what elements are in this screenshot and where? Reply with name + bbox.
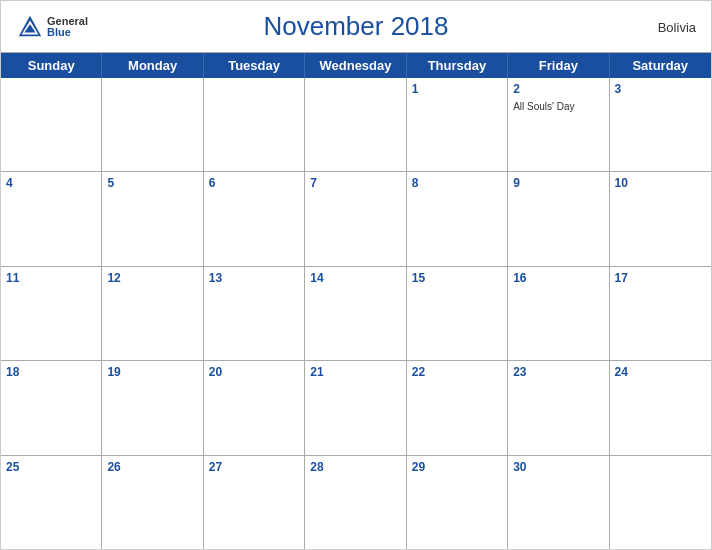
day-number: 11 bbox=[6, 271, 96, 285]
day-cell-w2-d7: 10 bbox=[610, 172, 711, 265]
day-cell-w2-d5: 8 bbox=[407, 172, 508, 265]
country-label: Bolivia bbox=[658, 19, 696, 34]
header-sunday: Sunday bbox=[1, 53, 102, 78]
logo: General Blue bbox=[16, 13, 88, 41]
day-number: 13 bbox=[209, 271, 299, 285]
day-number: 7 bbox=[310, 176, 400, 190]
day-number: 16 bbox=[513, 271, 603, 285]
day-number: 6 bbox=[209, 176, 299, 190]
day-cell-w3-d7: 17 bbox=[610, 267, 711, 360]
day-cell-w1-d1 bbox=[1, 78, 102, 171]
holiday-label: All Souls' Day bbox=[513, 101, 574, 112]
day-cell-w1-d7: 3 bbox=[610, 78, 711, 171]
day-number: 8 bbox=[412, 176, 502, 190]
day-cell-w1-d6: 2All Souls' Day bbox=[508, 78, 609, 171]
day-number: 5 bbox=[107, 176, 197, 190]
day-number: 27 bbox=[209, 460, 299, 474]
day-cell-w1-d2 bbox=[102, 78, 203, 171]
day-cell-w2-d4: 7 bbox=[305, 172, 406, 265]
header-tuesday: Tuesday bbox=[204, 53, 305, 78]
day-number: 10 bbox=[615, 176, 706, 190]
day-cell-w4-d4: 21 bbox=[305, 361, 406, 454]
calendar-container: General Blue November 2018 Bolivia Sunda… bbox=[0, 0, 712, 550]
day-cell-w2-d3: 6 bbox=[204, 172, 305, 265]
day-headers-row: Sunday Monday Tuesday Wednesday Thursday… bbox=[1, 53, 711, 78]
day-cell-w4-d7: 24 bbox=[610, 361, 711, 454]
day-number: 4 bbox=[6, 176, 96, 190]
day-cell-w5-d4: 28 bbox=[305, 456, 406, 549]
day-number: 9 bbox=[513, 176, 603, 190]
day-number: 29 bbox=[412, 460, 502, 474]
day-cell-w4-d3: 20 bbox=[204, 361, 305, 454]
week-row-1: 12All Souls' Day3 bbox=[1, 78, 711, 172]
day-number: 25 bbox=[6, 460, 96, 474]
week-row-3: 11121314151617 bbox=[1, 267, 711, 361]
day-cell-w3-d2: 12 bbox=[102, 267, 203, 360]
day-cell-w4-d2: 19 bbox=[102, 361, 203, 454]
day-cell-w4-d1: 18 bbox=[1, 361, 102, 454]
day-number: 12 bbox=[107, 271, 197, 285]
calendar-header: General Blue November 2018 Bolivia bbox=[1, 1, 711, 52]
day-number: 19 bbox=[107, 365, 197, 379]
day-number: 3 bbox=[615, 82, 706, 96]
day-number: 28 bbox=[310, 460, 400, 474]
day-cell-w2-d6: 9 bbox=[508, 172, 609, 265]
day-cell-w1-d3 bbox=[204, 78, 305, 171]
logo-blue: Blue bbox=[47, 27, 71, 38]
week-row-2: 45678910 bbox=[1, 172, 711, 266]
day-cell-w3-d1: 11 bbox=[1, 267, 102, 360]
day-cell-w3-d5: 15 bbox=[407, 267, 508, 360]
day-number: 22 bbox=[412, 365, 502, 379]
day-number: 1 bbox=[412, 82, 502, 96]
day-cell-w4-d6: 23 bbox=[508, 361, 609, 454]
day-cell-w3-d4: 14 bbox=[305, 267, 406, 360]
day-cell-w2-d1: 4 bbox=[1, 172, 102, 265]
header-wednesday: Wednesday bbox=[305, 53, 406, 78]
week-row-5: 252627282930 bbox=[1, 456, 711, 549]
day-cell-w1-d4 bbox=[305, 78, 406, 171]
weeks-container: 12All Souls' Day345678910111213141516171… bbox=[1, 78, 711, 549]
day-number: 23 bbox=[513, 365, 603, 379]
day-number: 18 bbox=[6, 365, 96, 379]
generalblue-logo-icon bbox=[16, 13, 44, 41]
day-cell-w5-d6: 30 bbox=[508, 456, 609, 549]
day-number: 26 bbox=[107, 460, 197, 474]
day-number: 14 bbox=[310, 271, 400, 285]
header-thursday: Thursday bbox=[407, 53, 508, 78]
day-cell-w5-d1: 25 bbox=[1, 456, 102, 549]
day-number: 21 bbox=[310, 365, 400, 379]
header-friday: Friday bbox=[508, 53, 609, 78]
day-cell-w5-d2: 26 bbox=[102, 456, 203, 549]
day-cell-w2-d2: 5 bbox=[102, 172, 203, 265]
day-number: 2 bbox=[513, 82, 603, 96]
calendar-title: November 2018 bbox=[264, 11, 449, 42]
day-number: 17 bbox=[615, 271, 706, 285]
day-cell-w1-d5: 1 bbox=[407, 78, 508, 171]
day-cell-w5-d3: 27 bbox=[204, 456, 305, 549]
day-cell-w3-d3: 13 bbox=[204, 267, 305, 360]
day-cell-w3-d6: 16 bbox=[508, 267, 609, 360]
day-number: 15 bbox=[412, 271, 502, 285]
day-number: 24 bbox=[615, 365, 706, 379]
logo-text-block: General Blue bbox=[47, 16, 88, 38]
calendar-grid: Sunday Monday Tuesday Wednesday Thursday… bbox=[1, 52, 711, 549]
day-cell-w5-d7 bbox=[610, 456, 711, 549]
day-number: 30 bbox=[513, 460, 603, 474]
header-monday: Monday bbox=[102, 53, 203, 78]
header-saturday: Saturday bbox=[610, 53, 711, 78]
day-cell-w4-d5: 22 bbox=[407, 361, 508, 454]
week-row-4: 18192021222324 bbox=[1, 361, 711, 455]
day-number: 20 bbox=[209, 365, 299, 379]
day-cell-w5-d5: 29 bbox=[407, 456, 508, 549]
